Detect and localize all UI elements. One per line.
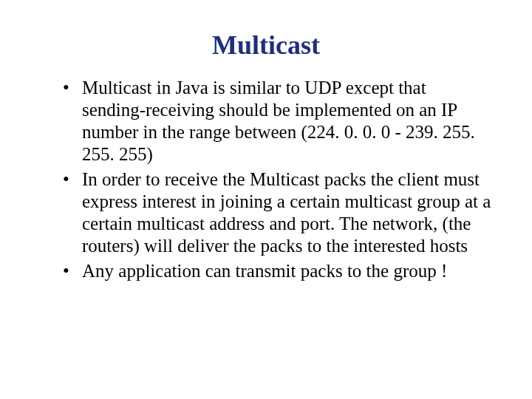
bullet-item: In order to receive the Multicast packs … [63,168,491,257]
slide-title: Multicast [41,30,491,61]
bullet-item: Any application can transmit packs to th… [63,260,491,282]
bullet-list: Multicast in Java is similar to UDP exce… [41,77,491,282]
bullet-item: Multicast in Java is similar to UDP exce… [63,77,491,166]
